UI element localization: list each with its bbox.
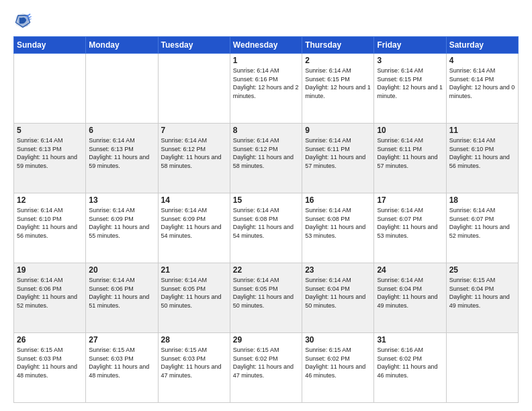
cell-info: Sunrise: 6:14 AM Sunset: 6:08 PM Dayligh… bbox=[305, 206, 371, 240]
day-number: 9 bbox=[305, 126, 371, 135]
calendar-cell: 10Sunrise: 6:14 AM Sunset: 6:11 PM Dayli… bbox=[374, 124, 446, 193]
day-number: 11 bbox=[449, 126, 515, 135]
calendar-cell: 9Sunrise: 6:14 AM Sunset: 6:11 PM Daylig… bbox=[302, 124, 374, 193]
day-number: 4 bbox=[449, 56, 515, 65]
calendar-cell: 21Sunrise: 6:14 AM Sunset: 6:05 PM Dayli… bbox=[158, 263, 230, 333]
cell-info: Sunrise: 6:14 AM Sunset: 6:09 PM Dayligh… bbox=[161, 206, 227, 240]
cell-info: Sunrise: 6:14 AM Sunset: 6:06 PM Dayligh… bbox=[17, 276, 83, 310]
day-of-week-header: Saturday bbox=[446, 37, 518, 54]
cell-info: Sunrise: 6:14 AM Sunset: 6:11 PM Dayligh… bbox=[305, 136, 371, 170]
day-number: 6 bbox=[89, 126, 154, 135]
day-number: 2 bbox=[305, 56, 371, 65]
calendar-table: SundayMondayTuesdayWednesdayThursdayFrid… bbox=[13, 36, 519, 403]
day-number: 22 bbox=[233, 265, 299, 275]
logo-icon bbox=[13, 11, 32, 30]
calendar-cell: 24Sunrise: 6:14 AM Sunset: 6:04 PM Dayli… bbox=[374, 263, 446, 333]
day-number: 29 bbox=[233, 335, 299, 345]
day-number: 3 bbox=[377, 56, 443, 65]
cell-info: Sunrise: 6:14 AM Sunset: 6:04 PM Dayligh… bbox=[305, 276, 371, 310]
day-number: 27 bbox=[89, 335, 154, 345]
cell-info: Sunrise: 6:14 AM Sunset: 6:07 PM Dayligh… bbox=[449, 206, 515, 240]
day-number: 31 bbox=[377, 335, 443, 345]
day-number: 10 bbox=[377, 126, 443, 135]
cell-info: Sunrise: 6:14 AM Sunset: 6:07 PM Dayligh… bbox=[377, 206, 443, 240]
day-number: 30 bbox=[305, 335, 371, 345]
day-number: 12 bbox=[17, 195, 83, 205]
cell-info: Sunrise: 6:14 AM Sunset: 6:13 PM Dayligh… bbox=[89, 136, 154, 170]
day-number: 14 bbox=[161, 195, 227, 205]
cell-info: Sunrise: 6:14 AM Sunset: 6:14 PM Dayligh… bbox=[449, 66, 515, 100]
calendar-cell: 4Sunrise: 6:14 AM Sunset: 6:14 PM Daylig… bbox=[446, 54, 518, 124]
cell-info: Sunrise: 6:14 AM Sunset: 6:15 PM Dayligh… bbox=[305, 66, 371, 100]
day-number: 19 bbox=[17, 265, 83, 275]
calendar-cell bbox=[86, 54, 158, 124]
calendar-cell: 5Sunrise: 6:14 AM Sunset: 6:13 PM Daylig… bbox=[14, 124, 86, 193]
calendar-week-row: 19Sunrise: 6:14 AM Sunset: 6:06 PM Dayli… bbox=[14, 263, 519, 333]
page: SundayMondayTuesdayWednesdayThursdayFrid… bbox=[0, 0, 532, 411]
calendar-cell: 7Sunrise: 6:14 AM Sunset: 6:12 PM Daylig… bbox=[158, 124, 230, 193]
calendar-cell: 2Sunrise: 6:14 AM Sunset: 6:15 PM Daylig… bbox=[302, 54, 374, 124]
calendar-cell bbox=[14, 54, 86, 124]
cell-info: Sunrise: 6:14 AM Sunset: 6:05 PM Dayligh… bbox=[233, 276, 299, 310]
calendar-cell: 15Sunrise: 6:14 AM Sunset: 6:08 PM Dayli… bbox=[230, 193, 302, 263]
cell-info: Sunrise: 6:14 AM Sunset: 6:05 PM Dayligh… bbox=[161, 276, 227, 310]
calendar-week-row: 5Sunrise: 6:14 AM Sunset: 6:13 PM Daylig… bbox=[14, 124, 519, 193]
cell-info: Sunrise: 6:14 AM Sunset: 6:08 PM Dayligh… bbox=[233, 206, 299, 240]
calendar-cell: 23Sunrise: 6:14 AM Sunset: 6:04 PM Dayli… bbox=[302, 263, 374, 333]
calendar-cell: 8Sunrise: 6:14 AM Sunset: 6:12 PM Daylig… bbox=[230, 124, 302, 193]
cell-info: Sunrise: 6:14 AM Sunset: 6:09 PM Dayligh… bbox=[89, 206, 154, 240]
day-of-week-header: Friday bbox=[374, 37, 446, 54]
cell-info: Sunrise: 6:15 AM Sunset: 6:04 PM Dayligh… bbox=[449, 276, 515, 310]
calendar-cell: 29Sunrise: 6:15 AM Sunset: 6:02 PM Dayli… bbox=[230, 333, 302, 403]
cell-info: Sunrise: 6:14 AM Sunset: 6:10 PM Dayligh… bbox=[449, 136, 515, 170]
calendar-cell bbox=[446, 333, 518, 403]
calendar-cell: 22Sunrise: 6:14 AM Sunset: 6:05 PM Dayli… bbox=[230, 263, 302, 333]
day-of-week-header: Thursday bbox=[302, 37, 374, 54]
calendar-cell: 18Sunrise: 6:14 AM Sunset: 6:07 PM Dayli… bbox=[446, 193, 518, 263]
calendar-cell: 27Sunrise: 6:15 AM Sunset: 6:03 PM Dayli… bbox=[86, 333, 158, 403]
cell-info: Sunrise: 6:14 AM Sunset: 6:16 PM Dayligh… bbox=[233, 66, 299, 100]
day-number: 18 bbox=[449, 195, 515, 205]
cell-info: Sunrise: 6:15 AM Sunset: 6:03 PM Dayligh… bbox=[161, 346, 227, 379]
cell-info: Sunrise: 6:14 AM Sunset: 6:10 PM Dayligh… bbox=[17, 206, 83, 240]
cell-info: Sunrise: 6:14 AM Sunset: 6:04 PM Dayligh… bbox=[377, 276, 443, 310]
calendar-cell: 20Sunrise: 6:14 AM Sunset: 6:06 PM Dayli… bbox=[86, 263, 158, 333]
calendar-cell: 17Sunrise: 6:14 AM Sunset: 6:07 PM Dayli… bbox=[374, 193, 446, 263]
day-number: 7 bbox=[161, 126, 227, 135]
day-number: 24 bbox=[377, 265, 443, 275]
day-of-week-header: Sunday bbox=[14, 37, 86, 54]
cell-info: Sunrise: 6:14 AM Sunset: 6:11 PM Dayligh… bbox=[377, 136, 443, 170]
day-number: 25 bbox=[449, 265, 515, 275]
calendar-cell: 25Sunrise: 6:15 AM Sunset: 6:04 PM Dayli… bbox=[446, 263, 518, 333]
cell-info: Sunrise: 6:15 AM Sunset: 6:02 PM Dayligh… bbox=[305, 346, 371, 379]
cell-info: Sunrise: 6:14 AM Sunset: 6:13 PM Dayligh… bbox=[17, 136, 83, 170]
calendar-cell: 14Sunrise: 6:14 AM Sunset: 6:09 PM Dayli… bbox=[158, 193, 230, 263]
calendar-week-row: 26Sunrise: 6:15 AM Sunset: 6:03 PM Dayli… bbox=[14, 333, 519, 403]
calendar-cell: 13Sunrise: 6:14 AM Sunset: 6:09 PM Dayli… bbox=[86, 193, 158, 263]
calendar-cell: 19Sunrise: 6:14 AM Sunset: 6:06 PM Dayli… bbox=[14, 263, 86, 333]
cell-info: Sunrise: 6:14 AM Sunset: 6:06 PM Dayligh… bbox=[89, 276, 154, 310]
day-number: 8 bbox=[233, 126, 299, 135]
day-number: 16 bbox=[305, 195, 371, 205]
day-number: 23 bbox=[305, 265, 371, 275]
day-number: 20 bbox=[89, 265, 154, 275]
day-of-week-header: Monday bbox=[86, 37, 158, 54]
day-number: 1 bbox=[233, 56, 299, 65]
calendar-cell: 12Sunrise: 6:14 AM Sunset: 6:10 PM Dayli… bbox=[14, 193, 86, 263]
cell-info: Sunrise: 6:15 AM Sunset: 6:03 PM Dayligh… bbox=[89, 346, 154, 379]
day-of-week-header: Tuesday bbox=[158, 37, 230, 54]
calendar-cell: 3Sunrise: 6:14 AM Sunset: 6:15 PM Daylig… bbox=[374, 54, 446, 124]
calendar-cell: 1Sunrise: 6:14 AM Sunset: 6:16 PM Daylig… bbox=[230, 54, 302, 124]
cell-info: Sunrise: 6:15 AM Sunset: 6:03 PM Dayligh… bbox=[17, 346, 83, 379]
day-number: 17 bbox=[377, 195, 443, 205]
day-of-week-header: Wednesday bbox=[230, 37, 302, 54]
calendar-cell: 28Sunrise: 6:15 AM Sunset: 6:03 PM Dayli… bbox=[158, 333, 230, 403]
cell-info: Sunrise: 6:15 AM Sunset: 6:02 PM Dayligh… bbox=[233, 346, 299, 379]
cell-info: Sunrise: 6:14 AM Sunset: 6:12 PM Dayligh… bbox=[161, 136, 227, 170]
header bbox=[13, 11, 519, 30]
calendar-week-row: 12Sunrise: 6:14 AM Sunset: 6:10 PM Dayli… bbox=[14, 193, 519, 263]
calendar-cell: 16Sunrise: 6:14 AM Sunset: 6:08 PM Dayli… bbox=[302, 193, 374, 263]
day-number: 21 bbox=[161, 265, 227, 275]
day-number: 15 bbox=[233, 195, 299, 205]
day-number: 28 bbox=[161, 335, 227, 345]
